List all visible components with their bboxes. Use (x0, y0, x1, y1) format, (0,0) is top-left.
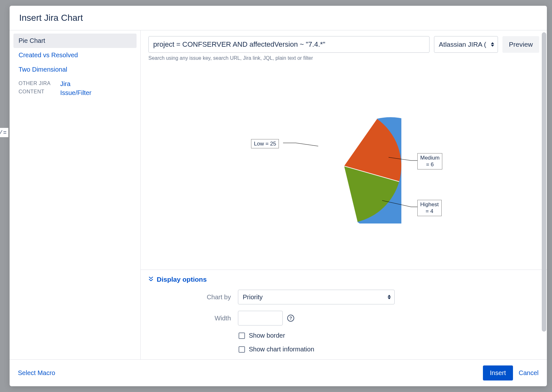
sidebar-item-pie-chart[interactable]: Pie Chart (13, 34, 137, 48)
display-options-section: Display options Chart by Priority (141, 270, 547, 359)
display-options-title: Display options (157, 276, 207, 283)
sidebar-item-label: Created vs Resolved (19, 51, 78, 59)
other-jira-content-label: OTHER JIRA CONTENT (19, 79, 51, 96)
chart-by-select[interactable]: Priority (238, 290, 395, 304)
sidebar-item-two-dimensional[interactable]: Two Dimensional (13, 62, 137, 77)
scrollbar[interactable] (542, 32, 546, 357)
insert-jira-chart-dialog: Insert Jira Chart Pie Chart Created vs R… (10, 6, 547, 386)
background-editor-fragment: ⁄ = (0, 128, 8, 137)
sidebar-item-label: Pie Chart (19, 37, 45, 44)
dialog-header: Insert Jira Chart (10, 6, 547, 30)
chart-preview-area: Low = 25 Medium = 6 Highest = 4 (141, 61, 547, 270)
server-select-label: Atlassian JIRA ( (439, 41, 486, 48)
chart-by-label: Chart by (148, 294, 238, 301)
main-panel: Atlassian JIRA ( Preview Search using an… (141, 30, 547, 359)
dialog-footer: Select Macro Insert Cancel (10, 359, 547, 386)
select-arrows-icon (491, 42, 494, 47)
display-options-toggle[interactable]: Display options (148, 276, 539, 283)
dialog-title: Insert Jira Chart (19, 13, 537, 23)
chart-type-sidebar: Pie Chart Created vs Resolved Two Dimens… (10, 30, 141, 359)
help-icon[interactable]: ? (287, 315, 294, 322)
chart-by-value: Priority (243, 294, 263, 301)
show-chart-info-checkbox[interactable] (239, 346, 245, 353)
select-macro-link[interactable]: Select Macro (18, 369, 55, 377)
scrollbar-thumb[interactable] (542, 32, 546, 332)
sidebar-item-created-vs-resolved[interactable]: Created vs Resolved (13, 48, 137, 62)
sidebar-item-label: Two Dimensional (19, 66, 67, 73)
width-label: Width (148, 315, 238, 322)
preview-button[interactable]: Preview (502, 36, 539, 53)
pie-label-medium: Medium = 6 (417, 153, 442, 169)
jira-server-select[interactable]: Atlassian JIRA ( (434, 36, 498, 53)
show-border-checkbox[interactable] (239, 333, 245, 339)
collapse-icon (148, 276, 154, 283)
insert-button[interactable]: Insert (483, 365, 513, 380)
jira-issue-filter-link[interactable]: Jira Issue/Filter (60, 79, 91, 97)
show-border-label: Show border (249, 332, 285, 339)
pie-chart (286, 108, 401, 223)
select-arrows-icon (387, 294, 391, 300)
cancel-button[interactable]: Cancel (519, 369, 539, 377)
width-input[interactable] (238, 311, 283, 325)
jql-search-input[interactable] (148, 36, 430, 53)
pie-label-low: Low = 25 (251, 139, 279, 148)
search-hint: Search using any issue key, search URL, … (148, 55, 539, 61)
show-chart-info-label: Show chart information (249, 346, 314, 353)
pie-label-highest: Highest = 4 (417, 200, 442, 216)
